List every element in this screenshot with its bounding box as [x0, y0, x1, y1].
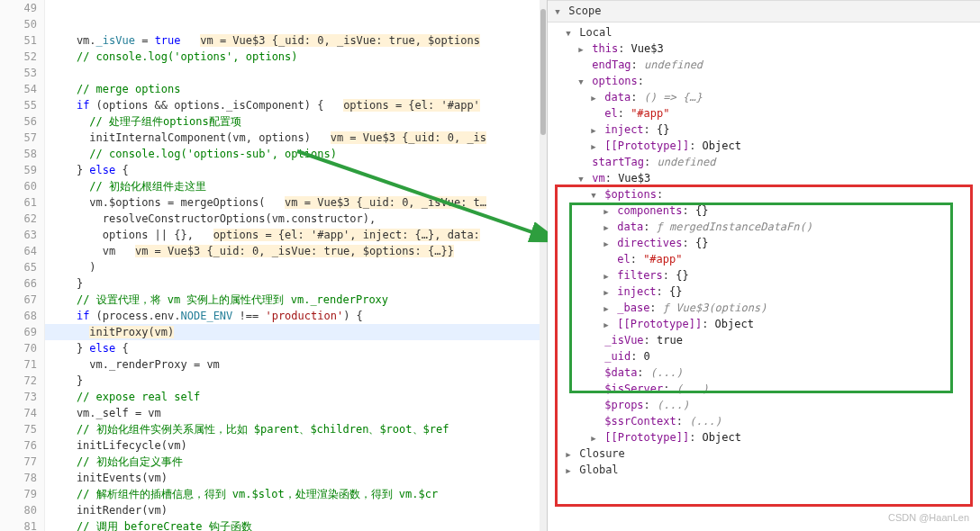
code-line[interactable]: // 处理子组件options配置项: [45, 113, 547, 130]
expand-icon[interactable]: [602, 219, 611, 236]
var-name: _uid: [604, 350, 631, 363]
scope-var-options[interactable]: options:: [576, 73, 976, 89]
code-line[interactable]: initLifecycle(vm): [45, 437, 547, 454]
expand-icon[interactable]: [589, 122, 598, 139]
scope-var-data2[interactable]: data: ƒ mergedInstanceDataFn(): [602, 219, 976, 235]
expand-icon[interactable]: [589, 429, 598, 446]
local-section[interactable]: Local: [564, 24, 976, 40]
expand-icon[interactable]: [602, 300, 611, 317]
scope-var-endtag[interactable]: endTag: undefined: [576, 57, 976, 73]
scope-var-data[interactable]: data: () => {…}: [589, 89, 976, 105]
expand-icon[interactable]: [564, 462, 573, 479]
code-line[interactable]: vm vm = Vue$3 {_uid: 0, _isVue: true, $o…: [45, 243, 547, 259]
code-line[interactable]: // console.log('options', options): [45, 49, 547, 65]
scope-var-options2[interactable]: $options:: [589, 186, 976, 202]
scope-var-starttag[interactable]: startTag: undefined: [576, 154, 976, 170]
scope-var-props[interactable]: $props: (...): [589, 397, 976, 413]
scope-var-proto[interactable]: [[Prototype]]: Object: [589, 138, 976, 154]
code-line[interactable]: ): [45, 259, 547, 275]
code-line[interactable]: vm._isVue = true vm = Vue$3 {_uid: 0, _i…: [45, 32, 547, 49]
code-line[interactable]: // console.log('options-sub', options): [45, 146, 547, 162]
var-value: {}: [689, 204, 709, 217]
expand-icon[interactable]: [564, 446, 573, 463]
code-scrollbar[interactable]: [540, 0, 547, 531]
code-content[interactable]: vm._isVue = true vm = Vue$3 {_uid: 0, _i…: [45, 0, 547, 531]
scope-var-inject2[interactable]: inject: {}: [602, 284, 976, 300]
expand-icon[interactable]: [602, 202, 611, 220]
scope-var-components[interactable]: components: {}: [602, 202, 976, 219]
expand-icon[interactable]: [602, 284, 611, 301]
expand-icon[interactable]: [576, 40, 585, 58]
scope-var-vm[interactable]: vm: Vue$3: [576, 170, 976, 186]
code-line[interactable]: // 初始化自定义事件: [45, 454, 547, 470]
code-line[interactable]: }: [45, 275, 547, 292]
scope-header[interactable]: Scope: [548, 0, 980, 22]
scope-var-el[interactable]: el: "#app": [589, 105, 976, 122]
code-line[interactable]: if (options && options._isComponent) { o…: [45, 97, 547, 113]
var-value: (...): [650, 399, 689, 411]
var-name: $options: [604, 188, 657, 201]
code-line[interactable]: // merge options: [45, 81, 547, 97]
scope-var-proto3[interactable]: [[Prototype]]: Object: [589, 429, 976, 446]
expand-icon[interactable]: [602, 316, 611, 333]
code-line[interactable]: initInternalComponent(vm, options) vm = …: [45, 130, 547, 146]
code-line[interactable]: vm._renderProxy = vm: [45, 356, 547, 373]
scope-var-isvue[interactable]: _isVue: true: [589, 332, 976, 348]
line-gutter: 4950515253545556575859606162636465666768…: [0, 0, 45, 531]
var-name: data: [604, 91, 631, 104]
var-value: undefined: [638, 58, 703, 71]
code-line[interactable]: // 初始化根组件走这里: [45, 178, 547, 194]
scroll-thumb[interactable]: [540, 9, 546, 135]
expand-icon[interactable]: [602, 235, 611, 252]
var-value: () => {…}: [637, 91, 702, 104]
scope-var-isserver[interactable]: $isServer: (...): [589, 381, 976, 397]
scope-var-filters[interactable]: filters: {}: [602, 267, 976, 284]
code-line[interactable]: // 初始化组件实例关系属性，比如 $parent、$children、$roo…: [45, 421, 547, 437]
expand-icon[interactable]: [589, 89, 598, 106]
expand-icon[interactable]: [589, 138, 598, 155]
scope-var-el2[interactable]: el: "#app": [602, 251, 976, 267]
var-name: startTag: [592, 156, 644, 168]
expand-icon[interactable]: [589, 186, 598, 203]
var-value: {}: [650, 123, 670, 136]
expand-icon[interactable]: [564, 24, 573, 41]
expand-icon[interactable]: [553, 3, 562, 20]
code-line[interactable]: initEvents(vm): [45, 470, 547, 486]
scope-var-ssr[interactable]: $ssrContext: (...): [589, 413, 976, 429]
code-line[interactable]: resolveConstructorOptions(vm.constructor…: [45, 211, 547, 227]
expand-icon[interactable]: [576, 73, 585, 90]
scope-var-sdata[interactable]: $data: (...): [589, 364, 976, 381]
scope-var-uid[interactable]: _uid: 0: [589, 348, 976, 364]
code-line[interactable]: initProxy(vm): [45, 324, 547, 340]
expand-icon[interactable]: [576, 170, 585, 187]
expand-icon[interactable]: [602, 267, 611, 284]
code-line[interactable]: // 调用 beforeCreate 钩子函数: [45, 518, 547, 531]
scope-var-directives[interactable]: directives: {}: [602, 235, 976, 251]
code-line[interactable]: vm._self = vm: [45, 405, 547, 421]
var-value: Vue$3: [612, 172, 650, 184]
code-line[interactable]: } else {: [45, 162, 547, 178]
var-name: $isServer: [604, 382, 663, 395]
var-value: Vue$3: [624, 42, 663, 55]
code-line[interactable]: [45, 65, 547, 81]
code-line[interactable]: }: [45, 373, 547, 389]
code-line[interactable]: // 设置代理，将 vm 实例上的属性代理到 vm._renderProxy: [45, 292, 547, 308]
closure-section[interactable]: Closure: [564, 446, 976, 462]
scope-var-this[interactable]: this: Vue$3: [576, 40, 976, 57]
code-line[interactable]: initRender(vm): [45, 502, 547, 518]
section-label: Global: [579, 464, 618, 476]
code-line[interactable]: if (process.env.NODE_ENV !== 'production…: [45, 308, 547, 324]
var-value: (...): [670, 382, 709, 395]
code-line[interactable]: vm.$options = mergeOptions( vm = Vue$3 {…: [45, 194, 547, 211]
var-name: vm: [592, 172, 604, 184]
var-value: undefined: [650, 156, 715, 168]
scope-var-proto2[interactable]: [[Prototype]]: Object: [602, 316, 976, 332]
code-line[interactable]: } else {: [45, 340, 547, 356]
scope-var-inject[interactable]: inject: {}: [589, 122, 976, 138]
code-line[interactable]: // 解析组件的插槽信息，得到 vm.$slot，处理渲染函数，得到 vm.$c…: [45, 486, 547, 502]
var-value: ƒ Vue$3(options): [657, 302, 767, 314]
global-section[interactable]: Global: [564, 462, 976, 478]
code-line[interactable]: // expose real self: [45, 389, 547, 405]
code-line[interactable]: options || {}, options = {el: '#app', in…: [45, 227, 547, 243]
scope-var-base[interactable]: _base: ƒ Vue$3(options): [602, 300, 976, 316]
